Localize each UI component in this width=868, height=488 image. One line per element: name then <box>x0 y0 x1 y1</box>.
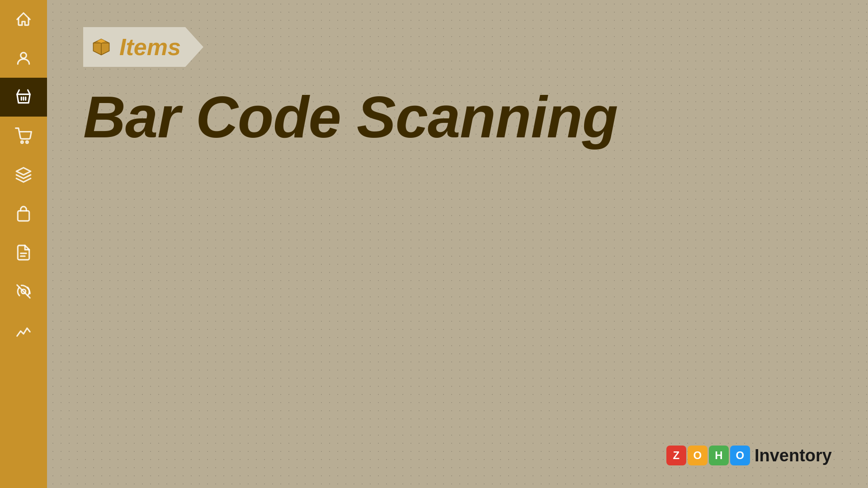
sidebar-item-home[interactable] <box>0 0 47 39</box>
svg-point-1 <box>21 141 23 143</box>
items-badge-background: Items <box>83 27 203 67</box>
zoho-tile-o: O <box>688 446 708 465</box>
sidebar-item-analytics[interactable] <box>0 311 47 350</box>
sidebar <box>0 0 47 488</box>
sidebar-item-integrations[interactable] <box>0 272 47 311</box>
document-icon <box>15 244 32 261</box>
zoho-tiles: Z O H O <box>666 446 750 465</box>
bag-icon <box>15 205 32 222</box>
svg-point-0 <box>21 52 27 58</box>
zoho-tile-h: H <box>709 446 729 465</box>
sidebar-item-box[interactable] <box>0 155 47 194</box>
cart-icon <box>15 127 32 145</box>
svg-rect-3 <box>18 211 29 221</box>
sidebar-item-bag[interactable] <box>0 194 47 233</box>
zoho-tile-z: Z <box>666 446 686 465</box>
svg-point-2 <box>26 141 28 143</box>
zoho-app-name: Inventory <box>755 446 832 465</box>
sidebar-item-user[interactable] <box>0 39 47 78</box>
sidebar-item-cart[interactable] <box>0 117 47 155</box>
analytics-icon <box>15 322 32 339</box>
main-heading: Bar Code Scanning <box>83 85 832 150</box>
items-badge-underline <box>83 68 191 70</box>
items-badge: Items <box>83 27 203 67</box>
user-icon <box>15 50 32 67</box>
basket-icon <box>15 89 32 106</box>
home-icon <box>15 11 32 28</box>
items-badge-text: Items <box>119 34 181 60</box>
sidebar-item-basket[interactable] <box>0 78 47 117</box>
package-icon <box>91 37 111 57</box>
zoho-inventory-logo: Z O H O Inventory <box>666 446 832 465</box>
main-content: Items Bar Code Scanning Z O H O Inventor… <box>47 0 868 488</box>
box-icon <box>15 166 32 183</box>
satellite-icon <box>15 283 32 300</box>
zoho-tile-o2: O <box>730 446 750 465</box>
sidebar-item-document[interactable] <box>0 233 47 272</box>
